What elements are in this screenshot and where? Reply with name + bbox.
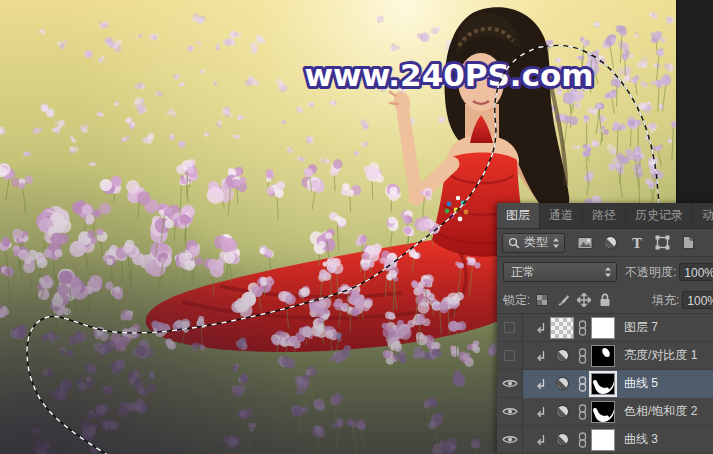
- layer-list: 图层 7: [497, 314, 713, 454]
- chain-link-icon[interactable]: [578, 376, 587, 392]
- lock-image-pixels-icon[interactable]: [556, 293, 570, 307]
- adjustment-layer-icon[interactable]: [550, 345, 574, 367]
- layer-name: 色相/饱和度 2: [624, 403, 697, 420]
- lock-position-icon[interactable]: [577, 293, 591, 307]
- lock-all-icon[interactable]: [598, 293, 612, 307]
- filter-pixel-layers-icon[interactable]: [576, 234, 593, 251]
- filter-kind-select[interactable]: 类型: [502, 233, 565, 253]
- fill-label: 填充:: [652, 292, 679, 309]
- eye-icon: [502, 378, 518, 389]
- photoshop-screenshot: www.240PS.com 图层 通道 路径 历史记录 动作 类型: [0, 0, 713, 454]
- hidden-eye-box: [504, 350, 515, 361]
- chain-link-icon[interactable]: [578, 404, 587, 420]
- workspace-background: [676, 0, 713, 203]
- adjustment-layer-icon[interactable]: [550, 429, 574, 451]
- layers-panel: 图层 通道 路径 历史记录 动作 类型: [497, 203, 713, 454]
- chain-link-icon[interactable]: [578, 320, 587, 336]
- lock-transparent-pixels-icon[interactable]: [535, 293, 549, 307]
- tab-channels[interactable]: 通道: [540, 203, 583, 228]
- visibility-toggle[interactable]: [497, 314, 523, 342]
- filter-type-layers-icon[interactable]: T: [628, 234, 645, 251]
- tab-history[interactable]: 历史记录: [626, 203, 693, 228]
- blend-mode-select[interactable]: 正常: [503, 262, 617, 282]
- opacity-label: 不透明度:: [625, 264, 676, 281]
- clipping-mask-arrow-icon: [535, 350, 546, 362]
- filter-smart-objects-icon[interactable]: [680, 234, 697, 251]
- clipping-mask-arrow-icon: [535, 406, 546, 418]
- tab-layers[interactable]: 图层: [497, 203, 540, 228]
- eye-icon: [502, 406, 518, 417]
- lock-row: 锁定: 填充: 100%: [497, 287, 713, 314]
- layer-name: 图层 7: [624, 319, 658, 336]
- layer-mask-thumbnail[interactable]: [591, 429, 615, 451]
- layer-row-hue-saturation[interactable]: 色相/饱和度 2: [497, 398, 713, 426]
- clipping-mask-arrow-icon: [535, 378, 546, 390]
- tab-paths[interactable]: 路径: [583, 203, 626, 228]
- visibility-toggle[interactable]: [497, 370, 523, 398]
- filter-shape-layers-icon[interactable]: [654, 234, 671, 251]
- opacity-value-field[interactable]: 100%: [679, 263, 713, 281]
- layer-mask-thumbnail[interactable]: [591, 317, 615, 339]
- chain-link-icon[interactable]: [578, 432, 587, 448]
- clipping-mask-arrow-icon: [535, 322, 546, 334]
- filter-kind-label: 类型: [524, 234, 548, 251]
- layer-row-curves3[interactable]: 曲线 3: [497, 426, 713, 454]
- layer-name: 亮度/对比度 1: [624, 347, 697, 364]
- adjustment-layer-icon[interactable]: [550, 401, 574, 423]
- clipping-mask-arrow-icon: [535, 434, 546, 446]
- hidden-eye-box: [504, 322, 515, 333]
- search-icon: [508, 237, 520, 249]
- layer-filter-row: 类型 T: [497, 229, 713, 257]
- layer-mask-thumbnail[interactable]: [591, 401, 615, 423]
- layer-row-tuceng7[interactable]: 图层 7: [497, 314, 713, 342]
- chevron-updown-icon: [604, 266, 612, 278]
- layer-name: 曲线 3: [624, 431, 658, 448]
- eye-icon: [502, 434, 518, 445]
- blend-mode-row: 正常 不透明度: 100%: [497, 257, 713, 287]
- visibility-toggle[interactable]: [497, 426, 523, 454]
- chevron-updown-icon: [552, 237, 560, 249]
- visibility-toggle[interactable]: [497, 398, 523, 426]
- tab-actions[interactable]: 动作: [693, 203, 713, 228]
- chain-link-icon[interactable]: [578, 348, 587, 364]
- adjustment-layer-icon[interactable]: [550, 373, 574, 395]
- fill-value-field[interactable]: 100%: [682, 291, 713, 309]
- panel-tab-bar: 图层 通道 路径 历史记录 动作: [497, 203, 713, 229]
- svg-text:T: T: [632, 236, 642, 250]
- visibility-toggle[interactable]: [497, 342, 523, 370]
- layer-thumbnail[interactable]: [550, 317, 574, 339]
- layer-mask-thumbnail[interactable]: [591, 345, 615, 367]
- lock-label: 锁定:: [503, 292, 530, 309]
- filter-adjustment-layers-icon[interactable]: [602, 234, 619, 251]
- watermark-text: www.240PS.com: [304, 57, 593, 93]
- layer-row-curves5[interactable]: 曲线 5: [497, 370, 713, 398]
- layer-mask-thumbnail-selected[interactable]: [591, 373, 615, 395]
- blend-mode-value: 正常: [511, 264, 535, 281]
- layer-row-brightness-contrast[interactable]: 亮度/对比度 1: [497, 342, 713, 370]
- layer-name: 曲线 5: [624, 375, 658, 392]
